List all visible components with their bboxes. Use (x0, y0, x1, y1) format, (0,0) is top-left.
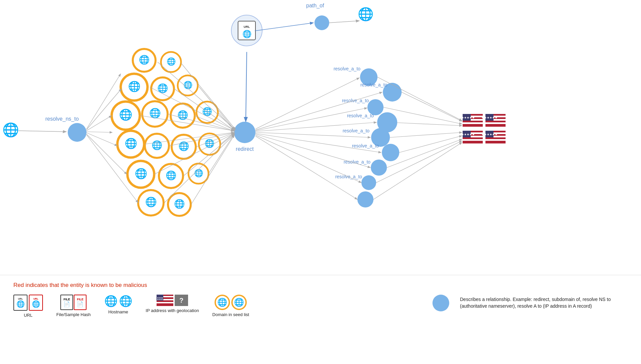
url-icon-red: URL 🌐 (29, 295, 43, 311)
legend-file-icons: FILE 📄 FILE 📄 (60, 295, 86, 310)
svg-text:🌐: 🌐 (178, 141, 189, 151)
svg-line-119 (397, 123, 462, 126)
label-redirect: redirect (236, 146, 254, 152)
legend-url-label: URL (24, 313, 33, 318)
flag-3: ★★★★★★ (459, 131, 483, 143)
label-r-a-to-3: resolve_a_to (342, 98, 369, 103)
seed-domain-icon-2: 🌐 (231, 295, 247, 310)
legend-file-label: File/Sample Hash (56, 312, 91, 317)
svg-line-83 (86, 133, 117, 146)
svg-rect-75 (485, 141, 506, 142)
label-r-a-to-1: resolve_a_to (334, 66, 360, 71)
node-www-top-right: 🌐 (358, 6, 374, 22)
svg-text:🌐: 🌐 (135, 168, 148, 180)
svg-text:🌐: 🌐 (167, 57, 176, 66)
svg-text:🌐: 🌐 (152, 140, 163, 150)
svg-text:🌐: 🌐 (174, 198, 185, 209)
label-r-a-to-2: resolve_a_to (360, 82, 387, 87)
svg-text:★★★★★★: ★★★★★★ (459, 116, 475, 119)
flag-4: ★★★★★★ (481, 131, 506, 143)
label-r-a-to-8: resolve_a_to (335, 174, 362, 179)
legend-ip-label: IP address with geolocation (146, 308, 199, 313)
legend-seed-label: Domain in seed list (212, 312, 249, 317)
svg-line-115 (255, 136, 357, 199)
svg-text:🌐: 🌐 (128, 80, 141, 93)
svg-text:🌐: 🌐 (139, 54, 150, 65)
svg-rect-130 (157, 302, 173, 303)
svg-text:🌐: 🌐 (125, 137, 137, 149)
legend-hostname-label: Hostname (108, 309, 128, 314)
svg-text:★★★★★★: ★★★★★★ (481, 116, 498, 119)
svg-rect-131 (157, 304, 173, 305)
relationship-description: Describes a relationship. Example: redir… (460, 296, 628, 309)
legend-warning: Red indicates that the entity is known t… (13, 282, 628, 289)
svg-text:🌐: 🌐 (194, 169, 203, 178)
svg-text:🌐: 🌐 (183, 80, 193, 89)
svg-text:URL: URL (244, 25, 250, 28)
svg-text:★★★★★★: ★★★★★★ (459, 133, 475, 136)
node-blue-r6[interactable] (382, 144, 399, 161)
legend-url: URL 🌐 URL 🌐 URL (13, 295, 43, 318)
legend-relationship: Describes a relationship. Example: redir… (432, 295, 628, 311)
svg-rect-55 (485, 121, 506, 122)
label-r-a-to-4: resolve_a_to (347, 113, 374, 118)
legend-seed-icons: 🌐 🌐 (215, 295, 247, 310)
label-path-of: path_of (306, 3, 324, 9)
svg-rect-64 (463, 137, 483, 139)
node-blue-r9[interactable] (357, 191, 373, 207)
svg-line-106 (329, 21, 359, 23)
svg-line-105 (255, 23, 313, 31)
svg-rect-74 (485, 139, 506, 141)
svg-text:🌐: 🌐 (145, 196, 157, 207)
flag-1: ★★★★★★ (459, 114, 483, 127)
node-www-left: 🌐 (2, 122, 19, 138)
node-blue-left[interactable] (68, 123, 86, 142)
node-blue-r7[interactable] (371, 160, 387, 176)
legend-hostname: 🌐 🌐 Hostname (104, 295, 132, 314)
svg-text:🌐: 🌐 (2, 122, 19, 138)
node-blue-center[interactable] (234, 122, 255, 143)
svg-line-117 (402, 92, 462, 121)
label-r-a-to-6: resolve_a_to (352, 143, 379, 148)
svg-rect-56 (485, 122, 506, 124)
svg-rect-65 (463, 139, 483, 141)
legend-domain-seed: 🌐 🌐 Domain in seed list (212, 295, 249, 317)
label-resolve-ns-to: resolve_ns_to (45, 116, 79, 122)
svg-rect-66 (463, 141, 483, 142)
svg-line-104 (246, 52, 247, 122)
svg-line-78 (18, 131, 66, 132)
svg-rect-46 (463, 121, 483, 122)
svg-rect-47 (463, 122, 483, 124)
legend-file: FILE 📄 FILE 📄 File/Sample Hash (56, 295, 91, 317)
svg-line-113 (255, 134, 370, 168)
hostname-icon-red: 🌐 (119, 295, 132, 307)
node-blue-path[interactable] (314, 15, 329, 30)
file-icon-red: FILE 📄 (74, 295, 86, 310)
svg-line-114 (255, 135, 361, 183)
svg-line-121 (399, 136, 462, 153)
legend: Red indicates that the entity is known t… (0, 275, 641, 364)
legend-ip-icons: ★★★ ★★★ ? (157, 295, 188, 306)
svg-text:🌐: 🌐 (205, 138, 215, 148)
svg-text:🌐: 🌐 (119, 108, 132, 121)
relationship-circle-icon (432, 295, 449, 311)
svg-line-107 (255, 78, 359, 129)
url-icon-normal: URL 🌐 (13, 295, 27, 311)
legend-url-icons: URL 🌐 URL 🌐 (13, 295, 43, 311)
label-r-a-to-5: resolve_a_to (343, 128, 369, 133)
svg-line-82 (86, 132, 112, 132)
svg-rect-57 (485, 124, 506, 126)
legend-items: URL 🌐 URL 🌐 URL FILE 📄 (13, 295, 628, 318)
svg-rect-48 (463, 124, 483, 126)
svg-text:★★★: ★★★ (157, 298, 163, 301)
legend-hostname-icons: 🌐 🌐 (104, 295, 132, 307)
svg-text:🌐: 🌐 (177, 110, 188, 120)
seed-domain-icon-1: 🌐 (215, 295, 230, 310)
svg-line-120 (390, 132, 462, 137)
svg-rect-129 (157, 301, 173, 302)
legend-ip: ★★★ ★★★ ? IP address with geolocation (146, 295, 199, 313)
flag-2: ★★★★★★ (481, 114, 506, 127)
node-blue-r8[interactable] (361, 175, 376, 190)
hostname-icon-normal: 🌐 (104, 295, 118, 307)
svg-text:🌐: 🌐 (358, 6, 374, 22)
